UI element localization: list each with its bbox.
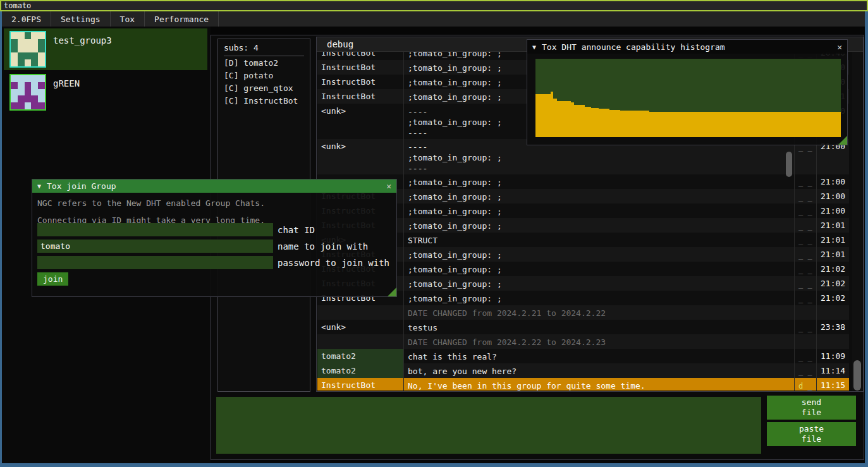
- sidebar-group-gREEN[interactable]: gREEN: [4, 71, 207, 113]
- member-item-potato[interactable]: [C] potato: [218, 69, 310, 82]
- author-cell: <unk>: [317, 104, 404, 139]
- send-file-button[interactable]: send file: [767, 396, 856, 420]
- author-cell: InstructBot: [317, 89, 404, 104]
- join-field-row: chat ID: [37, 223, 315, 236]
- histogram-bar-segment: [585, 107, 591, 137]
- group-avatar: [9, 31, 46, 68]
- timestamp-cell: 21:01: [817, 218, 849, 233]
- resize-grip[interactable]: [388, 288, 396, 296]
- flags-cell: _ _: [795, 218, 817, 233]
- message-cell: DATE CHANGED from 2024.2.22 to 2024.2.23: [404, 334, 795, 349]
- timestamp-cell: 21:01: [817, 247, 849, 262]
- timestamp-cell: 21:00: [817, 203, 849, 218]
- join-description-line: NGC refers to the New DHT enabled Group …: [32, 197, 396, 210]
- flags-cell: [795, 305, 817, 320]
- message-cell: chat is this real?: [404, 349, 795, 363]
- join-group-description: NGC refers to the New DHT enabled Group …: [32, 197, 396, 227]
- join-group-titlebar[interactable]: ▼ Tox join Group ✕: [32, 179, 396, 193]
- message-cell: testus: [404, 320, 795, 334]
- message-row[interactable]: InstructBot;tomato_in_group: ;_ _21:00: [317, 189, 849, 203]
- author-cell: InstructBot: [317, 75, 404, 89]
- join-field-label: password to join with: [278, 258, 389, 268]
- message-row[interactable]: InstructBot;tomato_in_group: ;_ _21:02: [317, 262, 849, 276]
- message-row[interactable]: <unk>STRUCT_ _21:01: [317, 233, 849, 247]
- histogram-bar-segment: [535, 94, 551, 137]
- message-row[interactable]: InstructBot;tomato_in_group: ;_ _21:00: [317, 203, 849, 218]
- message-cell-scrollbar[interactable]: [786, 152, 792, 177]
- message-cell: ;tomato_in_group: ;: [404, 174, 795, 189]
- timestamp-cell: 21:02: [817, 291, 849, 305]
- flags-cell: _ _: [795, 203, 817, 218]
- join-group-window: ▼ Tox join Group ✕ NGC refers to the New…: [32, 179, 397, 297]
- timestamp-cell: 21:00: [817, 189, 849, 203]
- date-changed-row[interactable]: DATE CHANGED from 2024.2.21 to 2024.2.22: [317, 305, 849, 320]
- message-row[interactable]: tomato2chat is this real?_ _11:09: [317, 349, 849, 363]
- message-cell: ;tomato_in_group: ;: [404, 276, 795, 291]
- collapse-arrow-icon[interactable]: ▼: [532, 44, 536, 51]
- message-cell: ;tomato_in_group: ;: [404, 262, 795, 276]
- message-row[interactable]: InstructBot;tomato_in_group: ;_ _21:02: [317, 276, 849, 291]
- message-cell: ;tomato_in_group: ;: [404, 189, 795, 203]
- dht-histogram-plot: [535, 59, 841, 137]
- histogram-bar-segment: [557, 101, 571, 137]
- message-row[interactable]: tomato2bot, are you new here?_ _11:14: [317, 363, 849, 378]
- member-item-tomato2[interactable]: [D] tomato2: [218, 56, 310, 69]
- histogram-bar-segment: [620, 111, 649, 137]
- timestamp-cell: 23:38: [817, 320, 849, 334]
- timestamp-cell: 11:14: [817, 363, 849, 378]
- password-input[interactable]: [37, 256, 273, 269]
- chat-scrollbar-track[interactable]: [852, 52, 862, 391]
- member-item-InstructBot[interactable]: [C] InstructBot: [218, 94, 310, 107]
- paste-file-button[interactable]: paste file: [767, 422, 856, 446]
- name-input[interactable]: tomato: [37, 240, 273, 253]
- message-row[interactable]: InstructBot;tomato_in_group: ;_ _21:02: [317, 291, 849, 305]
- menu-item-2-0fps[interactable]: 2.0FPS: [2, 11, 51, 27]
- flags-cell: _ _: [795, 262, 817, 276]
- menu-item-settings[interactable]: Settings: [51, 11, 111, 27]
- menu-item-performance[interactable]: Performance: [145, 11, 219, 27]
- author-cell: InstructBot: [317, 52, 404, 60]
- avatar-pixel-grid: [11, 32, 45, 66]
- menu-item-tox[interactable]: Tox: [111, 11, 145, 27]
- chat-id-input[interactable]: [37, 223, 273, 236]
- message-cell: ;tomato_in_group: ;: [404, 247, 795, 262]
- flags-cell: _ _: [795, 189, 817, 203]
- close-icon[interactable]: ✕: [837, 42, 842, 52]
- flags-cell: _ _: [795, 363, 817, 378]
- window-titlebar[interactable]: tomato: [0, 0, 868, 11]
- close-icon[interactable]: ✕: [386, 181, 391, 191]
- dht-histogram-titlebar[interactable]: ▼ Tox DHT announce capability histogram …: [527, 40, 847, 54]
- window-frame-bottom: [0, 463, 868, 467]
- sidebar-group-test_group3[interactable]: test_group3: [4, 28, 207, 70]
- group-avatar: [9, 74, 46, 111]
- date-changed-row[interactable]: DATE CHANGED from 2024.2.22 to 2024.2.23: [317, 334, 849, 349]
- histogram-bar-segment: [574, 105, 585, 137]
- collapse-arrow-icon[interactable]: ▼: [37, 183, 41, 190]
- timestamp-cell: 21:00: [817, 174, 849, 189]
- histogram-bar-segment: [609, 110, 620, 137]
- window-frame-right: [865, 11, 868, 467]
- join-field-row: tomatoname to join with: [37, 240, 368, 253]
- message-row[interactable]: InstructBot;tomato_in_group: ;_ _21:01: [317, 247, 849, 262]
- member-item-green_qtox[interactable]: [C] green_qtox: [218, 82, 310, 94]
- group-name: gREEN: [53, 78, 80, 88]
- flags-cell: [795, 334, 817, 349]
- message-cell: STRUCT: [404, 233, 795, 247]
- flags-cell: _ _: [795, 247, 817, 262]
- message-cell: DATE CHANGED from 2024.2.21 to 2024.2.22: [404, 305, 795, 320]
- message-cell: ;tomato_in_group: ;: [404, 218, 795, 233]
- timestamp-cell: [817, 305, 849, 320]
- timestamp-cell: 21:02: [817, 262, 849, 276]
- message-cell: ;tomato_in_group: ;: [404, 291, 795, 305]
- message-row[interactable]: <unk>testus_ _23:38: [317, 320, 849, 334]
- subs-count-label: subs: 4: [218, 39, 310, 56]
- histogram-bar-segment: [649, 112, 841, 137]
- message-input[interactable]: [216, 397, 761, 454]
- message-row[interactable]: InstructBot;tomato_in_group: ;_ _21:00: [317, 174, 849, 189]
- resize-grip[interactable]: [838, 136, 847, 145]
- chat-scrollbar-thumb[interactable]: [853, 360, 861, 391]
- join-button[interactable]: join: [37, 272, 68, 286]
- message-row[interactable]: InstructBot;tomato_in_group: ;_ _21:01: [317, 218, 849, 233]
- author-cell: [317, 305, 404, 320]
- message-row[interactable]: InstructBotNo, I've been in this group f…: [317, 378, 849, 391]
